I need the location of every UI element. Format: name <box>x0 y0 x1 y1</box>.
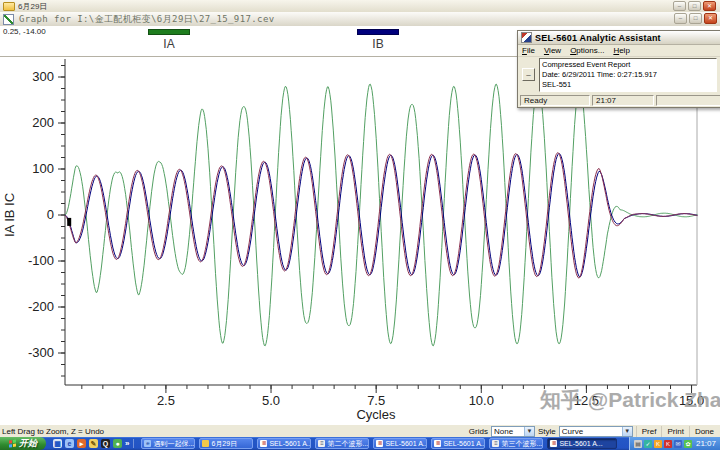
zoom-hint-text: Left Drag to Zoom, Z = Undo <box>2 427 104 436</box>
device-button[interactable]: – <box>522 68 535 81</box>
sel-icon: ≣ <box>260 440 267 447</box>
menu-help[interactable]: Help <box>613 46 629 55</box>
show-desktop-icon[interactable]: ▦ <box>53 439 62 448</box>
taskbar-button-label: 第三个波形... <box>501 439 542 449</box>
graph-window-controls: – □ ✕ <box>674 13 717 24</box>
ie-icon: e <box>144 440 151 447</box>
background-window-controls: – □ ✕ <box>673 1 716 11</box>
taskbar-button-folder[interactable]: 6月29日 <box>199 438 253 449</box>
sel5601-body: – Compressed Event ReportDate: 6/29/2011… <box>518 57 720 94</box>
taskbar-buttons: e遇到一起保...6月29日≣SEL-5601 A...≡第二个波形...≣SE… <box>137 438 617 449</box>
kugou-icon[interactable]: K <box>654 440 662 448</box>
sel5601-titlebar[interactable]: SEL-5601 Analytic Assistant <box>518 31 720 45</box>
notes-icon[interactable]: ✎ <box>89 439 98 448</box>
x-tick-label: 7.5 <box>367 393 385 408</box>
x-tick-label: 5.0 <box>262 393 280 408</box>
report-line: Compressed Event Report <box>542 60 714 70</box>
print-button[interactable]: Print <box>661 426 688 437</box>
taskbar-button-sel5601[interactable]: ≣SEL-5601 A... <box>373 438 427 449</box>
taskbar-button-sel5601[interactable]: ≣SEL-5601 A... <box>431 438 485 449</box>
media-player-icon[interactable]: ▸ <box>77 439 86 448</box>
quick-launch-overflow-icon[interactable]: » <box>125 439 129 448</box>
sel5601-statusbar: Ready 21:07 <box>518 94 720 107</box>
grids-value: None <box>494 427 513 436</box>
windows-flag-icon <box>9 439 17 448</box>
legend-item-ib: IB <box>357 29 399 51</box>
cursor-coordinate-readout: 0.25, -14.00 <box>3 27 46 36</box>
folder-icon <box>202 440 209 447</box>
doc-icon: ≡ <box>492 440 499 447</box>
maximize-icon[interactable]: □ <box>689 13 702 24</box>
y-tick-label: 200 <box>32 115 54 130</box>
x-tick-label: 10.0 <box>469 393 494 408</box>
taskbar-button-label: SEL-5601 A... <box>269 440 311 447</box>
background-window-title: 6月29日 <box>18 1 47 12</box>
y-tick-label: -100 <box>28 253 54 268</box>
legend-swatch <box>357 29 399 35</box>
start-button[interactable]: 开始 <box>0 437 46 450</box>
waveform-chart[interactable]: 3002001000-100-200-3002.55.07.510.012.51… <box>0 57 720 424</box>
chevron-down-icon[interactable]: ▼ <box>622 427 632 436</box>
series-ic <box>65 153 697 278</box>
pref-button[interactable]: Pref <box>636 426 662 437</box>
event-report-list[interactable]: Compressed Event ReportDate: 6/29/2011 T… <box>539 58 717 92</box>
legend-label: IB <box>357 37 399 51</box>
menu-view[interactable]: View <box>544 46 561 55</box>
sel5601-window[interactable]: SEL-5601 Analytic Assistant FileViewOpti… <box>517 30 720 108</box>
shield-icon[interactable]: ✓ <box>644 440 652 448</box>
sel-icon: ≣ <box>550 440 557 447</box>
menu-options[interactable]: Options... <box>570 46 604 55</box>
x-axis-title: Cycles <box>356 407 396 422</box>
start-label: 开始 <box>19 437 37 450</box>
done-button[interactable]: Done <box>689 426 719 437</box>
legend-item-ia: IA <box>148 29 190 51</box>
im-icon[interactable]: ✉ <box>674 440 682 448</box>
y-tick-label: -300 <box>28 345 54 360</box>
close-icon[interactable]: ✕ <box>704 13 717 24</box>
printer-icon[interactable]: ▤ <box>634 440 642 448</box>
report-line: SEL-551 <box>542 80 714 90</box>
qq-icon[interactable]: Q <box>101 439 110 448</box>
style-combobox[interactable]: Curve ▼ <box>559 426 633 437</box>
grids-label: Grids <box>469 427 488 436</box>
graph-app-icon <box>3 14 14 25</box>
chevron-down-icon[interactable]: ▼ <box>524 427 534 436</box>
close-icon[interactable]: ✕ <box>703 1 716 11</box>
x-tick-label: 2.5 <box>157 393 175 408</box>
y-tick-label: 100 <box>32 161 54 176</box>
report-line: Date: 6/29/2011 Time: 0:27:15.917 <box>542 70 714 80</box>
system-tray: ▤ ✓ K K ✉ ✿ 21:07 <box>629 437 720 450</box>
menu-file[interactable]: File <box>522 46 535 55</box>
taskbar: 开始 ▦ e ▸ ✎ Q ● » e遇到一起保...6月29日≣SEL-5601… <box>0 437 720 450</box>
maximize-icon[interactable]: □ <box>688 1 701 11</box>
graph-window-titlebar[interactable]: Graph for I:\金工配机柜变\6月29日\27_15_917.cev <box>0 12 720 27</box>
grids-combobox[interactable]: None ▼ <box>491 426 535 437</box>
messenger-icon[interactable]: ● <box>113 439 122 448</box>
sel5601-menubar: FileViewOptions...Help <box>518 45 720 57</box>
y-axis-title: IA IB IC <box>2 193 17 237</box>
taskbar-button-sel5601[interactable]: ≣SEL-5601 A... <box>257 438 311 449</box>
k-app-icon[interactable]: K <box>664 440 672 448</box>
sel5601-title: SEL-5601 Analytic Assistant <box>535 33 661 43</box>
taskbar-button-label: 第二个波形... <box>327 439 368 449</box>
taskbar-button-label: SEL-5601 A... <box>443 440 485 447</box>
taskbar-button-sel5601[interactable]: ≣SEL-5601 A... <box>547 438 617 449</box>
antivirus-icon[interactable]: ✿ <box>684 440 692 448</box>
sel-icon: ≣ <box>376 440 383 447</box>
minimize-icon[interactable]: – <box>673 1 686 11</box>
taskbar-button-doc[interactable]: ≡第三个波形... <box>489 438 543 449</box>
folder-icon <box>3 2 15 11</box>
legend-swatch <box>148 29 190 35</box>
y-tick-label: -200 <box>28 299 54 314</box>
taskbar-button-doc[interactable]: ≡第二个波形... <box>315 438 369 449</box>
status-ready: Ready <box>520 95 590 106</box>
doc-icon: ≡ <box>318 440 325 447</box>
graph-window-title: Graph for I:\金工配机柜变\6月29日\27_15_917.cev <box>19 13 275 26</box>
minimize-icon[interactable]: – <box>674 13 687 24</box>
internet-explorer-icon[interactable]: e <box>65 439 74 448</box>
status-filler <box>656 95 720 106</box>
sel-icon: ≣ <box>434 440 441 447</box>
cursor-marker[interactable] <box>67 218 71 226</box>
taskbar-button-ie[interactable]: e遇到一起保... <box>141 438 195 449</box>
quick-launch: ▦ e ▸ ✎ Q ● » <box>49 439 134 448</box>
